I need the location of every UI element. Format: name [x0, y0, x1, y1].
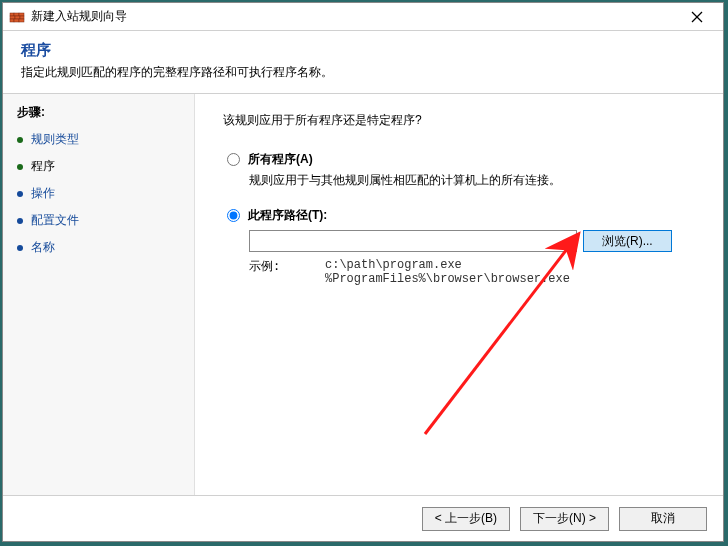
svg-rect-4	[10, 16, 15, 19]
step-name[interactable]: 名称	[17, 239, 180, 256]
svg-rect-8	[14, 19, 19, 22]
svg-rect-9	[19, 19, 24, 22]
back-button[interactable]: < 上一步(B)	[422, 507, 510, 531]
bullet-icon	[17, 191, 23, 197]
close-icon	[691, 11, 703, 23]
bullet-icon	[17, 218, 23, 224]
option-group: 所有程序(A) 规则应用于与其他规则属性相匹配的计算机上的所有连接。 此程序路径…	[227, 151, 695, 286]
titlebar: 新建入站规则向导	[3, 3, 723, 31]
example-label: 示例:	[249, 258, 325, 286]
content-area: 该规则应用于所有程序还是特定程序? 所有程序(A) 规则应用于与其他规则属性相匹…	[195, 94, 723, 495]
radio-program-path[interactable]	[227, 209, 240, 222]
body: 步骤: 规则类型 程序 操作 配置文件 名称 该规则应用	[3, 94, 723, 495]
svg-rect-1	[10, 13, 14, 16]
footer: < 上一步(B) 下一步(N) > 取消	[3, 495, 723, 541]
firewall-icon	[9, 9, 25, 25]
bullet-icon	[17, 245, 23, 251]
option-all-programs[interactable]: 所有程序(A)	[227, 151, 695, 168]
step-action[interactable]: 操作	[17, 185, 180, 202]
program-path-input[interactable]	[249, 230, 577, 252]
option-path-label: 此程序路径(T):	[248, 207, 327, 224]
step-label: 程序	[31, 158, 55, 175]
option-all-desc: 规则应用于与其他规则属性相匹配的计算机上的所有连接。	[249, 172, 695, 189]
svg-rect-5	[15, 16, 20, 19]
svg-rect-7	[10, 19, 14, 22]
step-profile[interactable]: 配置文件	[17, 212, 180, 229]
step-program[interactable]: 程序	[17, 158, 180, 175]
step-label: 规则类型	[31, 131, 79, 148]
radio-all-programs[interactable]	[227, 153, 240, 166]
step-label: 操作	[31, 185, 55, 202]
page-title: 程序	[21, 41, 705, 60]
header: 程序 指定此规则匹配的程序的完整程序路径和可执行程序名称。	[3, 31, 723, 94]
step-label: 名称	[31, 239, 55, 256]
step-label: 配置文件	[31, 212, 79, 229]
cancel-button[interactable]: 取消	[619, 507, 707, 531]
example-row: 示例: c:\path\program.exe %ProgramFiles%\b…	[249, 258, 695, 286]
question-text: 该规则应用于所有程序还是特定程序?	[223, 112, 695, 129]
option-all-label: 所有程序(A)	[248, 151, 313, 168]
wizard-window: 新建入站规则向导 程序 指定此规则匹配的程序的完整程序路径和可执行程序名称。 步…	[2, 2, 724, 542]
browse-button[interactable]: 浏览(R)...	[583, 230, 672, 252]
path-row: 浏览(R)...	[249, 230, 695, 252]
svg-rect-3	[19, 13, 24, 16]
svg-rect-6	[20, 16, 24, 19]
svg-rect-2	[14, 13, 19, 16]
window-title: 新建入站规则向导	[31, 8, 677, 25]
steps-title: 步骤:	[17, 104, 180, 121]
bullet-icon	[17, 137, 23, 143]
bullet-icon	[17, 164, 23, 170]
step-rule-type[interactable]: 规则类型	[17, 131, 180, 148]
close-button[interactable]	[677, 3, 717, 31]
option-program-path[interactable]: 此程序路径(T):	[227, 207, 695, 224]
steps-sidebar: 步骤: 规则类型 程序 操作 配置文件 名称	[3, 94, 195, 495]
page-subtitle: 指定此规则匹配的程序的完整程序路径和可执行程序名称。	[21, 64, 705, 81]
example-text: c:\path\program.exe %ProgramFiles%\brows…	[325, 258, 570, 286]
next-button[interactable]: 下一步(N) >	[520, 507, 609, 531]
